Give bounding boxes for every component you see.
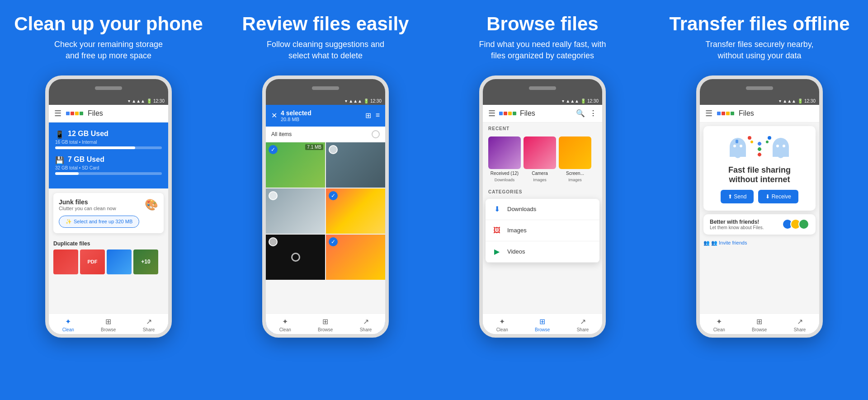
clean-icon-1: ✦ (64, 317, 73, 326)
clean-icon-3: ✦ (498, 317, 507, 326)
nav-share-4[interactable]: ↗ Share (794, 317, 806, 332)
hamburger-icon[interactable]: ☰ (54, 108, 61, 118)
sel-left: ✕ 4 selected 20.8 MB (271, 109, 311, 122)
hamburger-icon-4[interactable]: ☰ (705, 108, 712, 118)
categories-popup: ⬇ Downloads 🖼 Images ▶ Videos (486, 199, 599, 263)
nav-clean-1[interactable]: ✦ Clean (62, 317, 74, 332)
nav-browse-3[interactable]: ⊞ Browse (535, 317, 550, 332)
junk-card: Junk files Clutter you can clean now 🎨 ✨… (53, 193, 164, 233)
cat-downloads[interactable]: ⬇ Downloads (486, 199, 599, 220)
panel-cleanup: Clean up your phone Check your remaining… (0, 0, 217, 400)
battery-icon-2: 🔋 (363, 99, 369, 104)
svg-rect-6 (773, 147, 789, 157)
more-icon-3[interactable]: ⋮ (590, 109, 597, 118)
share-buttons: ⬆ Send ⬇ Receive (721, 190, 798, 203)
nav-clean-2[interactable]: ✦ Clean (279, 317, 291, 332)
grid-item-2[interactable] (326, 142, 385, 188)
phone-2: ▾ ▲▲▲ 🔋 12:30 ✕ 4 selected 20.8 MB ⊞ ≡ (262, 75, 389, 338)
appbar-title-4: Files (739, 109, 754, 118)
signal-icon-2: ▲▲▲ (349, 99, 362, 104)
recent-row: Received (12) Downloads Camera Images Sc… (483, 133, 602, 186)
share-card: Fast file sharingwithout internet ⬆ Send… (703, 126, 816, 211)
junk-button[interactable]: ✨ Select and free up 320 MB (59, 216, 139, 228)
friends-card: Better with friends! Let them know about… (703, 214, 816, 235)
check-4: ✓ (329, 191, 338, 200)
nav-share-2[interactable]: ↗ Share (360, 317, 372, 332)
cat-downloads-label: Downloads (507, 206, 536, 212)
panel-4-title: Transfer files offline (669, 14, 849, 34)
nav-browse-4[interactable]: ⊞ Browse (752, 317, 767, 332)
sort-icon[interactable]: ≡ (376, 111, 380, 120)
all-items-label: All items (271, 131, 292, 137)
receive-button[interactable]: ⬇ Receive (758, 190, 798, 203)
storage-sdcard: 💾 7 GB Used 32 GB total • SD Card (55, 155, 162, 175)
phone-3: ▾ ▲▲▲ 🔋 12:30 ☰ Files 🔍 (479, 75, 606, 338)
ghost-right (769, 137, 793, 162)
recent-card-1[interactable]: Received (12) Downloads (488, 136, 521, 182)
recent-thumb-1 (488, 136, 521, 169)
check-6: ✓ (329, 237, 338, 246)
svg-point-8 (783, 145, 785, 147)
nav-clean-label-1: Clean (62, 327, 74, 332)
invite-friends[interactable]: 👥 👥 Invite friends (700, 238, 819, 248)
nav-browse-label-1: Browse (101, 327, 116, 332)
grid-item-6[interactable]: ✓ (326, 235, 385, 280)
phone-speaker-1 (95, 86, 122, 90)
nav-clean-label-3: Clean (496, 327, 508, 332)
wifi-icon-2: ▾ (345, 99, 347, 104)
send-button[interactable]: ⬆ Send (721, 190, 754, 203)
grid-icon[interactable]: ⊞ (365, 111, 371, 120)
hamburger-icon-3[interactable]: ☰ (488, 108, 495, 118)
nav-clean-4[interactable]: ✦ Clean (713, 317, 725, 332)
nav-clean-label-2: Clean (279, 327, 291, 332)
download-icon: ⬇ (492, 204, 502, 214)
ghost-left (726, 137, 750, 162)
share-icon-1: ↗ (144, 317, 153, 326)
close-icon[interactable]: ✕ (271, 111, 277, 120)
storage-fill-sdcard (55, 172, 79, 175)
panel-1-subtitle: Check your remaining storageand free up … (54, 39, 163, 61)
recent-label-3: Screen... (566, 171, 584, 176)
panel-3-subtitle: Find what you need really fast, withfile… (479, 39, 606, 61)
nav-share-1[interactable]: ↗ Share (143, 317, 155, 332)
recent-label: RECENT (483, 122, 602, 133)
grid-item-4[interactable]: ✓ (326, 188, 385, 234)
nav-browse-1[interactable]: ⊞ Browse (101, 317, 116, 332)
bottom-nav-4: ✦ Clean ⊞ Browse ↗ Share (700, 313, 819, 334)
phone-speaker-4 (746, 86, 773, 90)
grid-item-1[interactable]: ✓ 7.1 MB (266, 142, 325, 188)
battery-icon: 🔋 (146, 99, 152, 104)
grid-item-5[interactable] (266, 235, 325, 280)
browse-icon-2: ⊞ (321, 317, 330, 326)
nav-browse-2[interactable]: ⊞ Browse (318, 317, 333, 332)
check-3 (269, 191, 278, 200)
svg-rect-1 (730, 147, 746, 157)
signal-icon-4: ▲▲▲ (783, 99, 796, 104)
nav-share-3[interactable]: ↗ Share (577, 317, 589, 332)
phone-speaker-3 (529, 86, 556, 90)
dup-thumb-1 (53, 249, 78, 274)
signal-icon: ▲▲▲ (132, 99, 145, 104)
cat-videos[interactable]: ▶ Videos (486, 241, 599, 263)
video-icon: ▶ (492, 247, 502, 257)
storage-section: 📱 12 GB Used 16 GB total • Internal 💾 7 … (49, 122, 168, 188)
nav-clean-3[interactable]: ✦ Clean (496, 317, 508, 332)
friends-avatars (782, 219, 809, 230)
phone-content-4: ☰ Files (700, 105, 819, 333)
select-all-circle[interactable] (372, 130, 380, 138)
grid-item-3[interactable] (266, 188, 325, 234)
clean-icon-4: ✦ (715, 317, 724, 326)
search-icon-3[interactable]: 🔍 (576, 109, 585, 118)
dot-green (765, 140, 769, 144)
recent-card-3[interactable]: Screen... Images (559, 136, 591, 182)
file-size-1: 7.1 MB (305, 144, 323, 150)
friends-sub: Let them know about Files. (710, 225, 764, 230)
appbar-3-left: ☰ Files (488, 108, 535, 118)
appbar-1: ☰ Files (49, 105, 168, 122)
bottom-nav-2: ✦ Clean ⊞ Browse ↗ Share (266, 313, 385, 334)
cat-images[interactable]: 🖼 Images (486, 220, 599, 241)
friends-title: Better with friends! (710, 219, 764, 225)
recent-card-2[interactable]: Camera Images (524, 136, 556, 182)
files-logo-1 (66, 112, 83, 115)
appbar-title-3: Files (520, 109, 535, 118)
